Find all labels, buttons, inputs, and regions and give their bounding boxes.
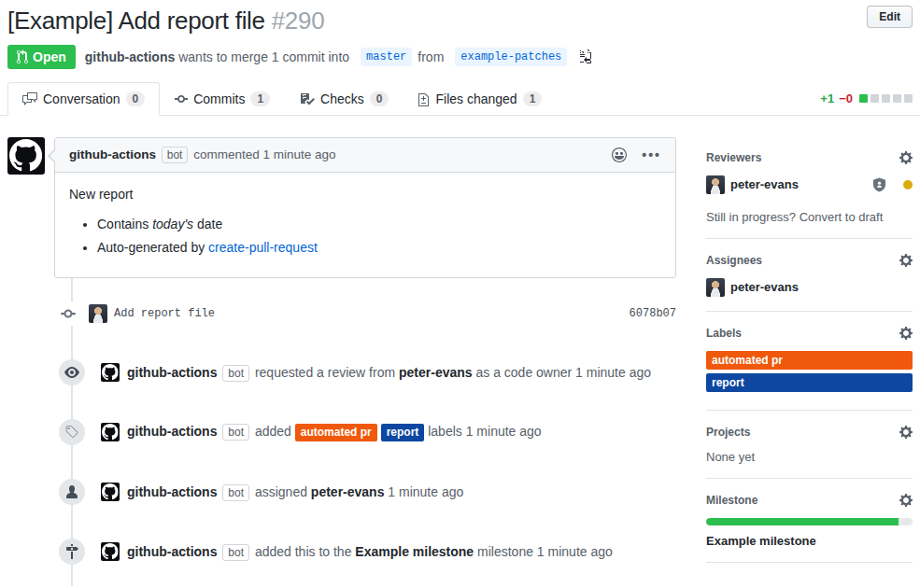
tab-conversation[interactable]: Conversation 0 xyxy=(7,82,160,116)
avatar[interactable] xyxy=(101,423,120,441)
milestone-link[interactable]: Example milestone xyxy=(706,534,816,548)
person-icon xyxy=(59,479,85,505)
commit-message-link[interactable]: Add report file xyxy=(114,307,215,320)
assignees-header[interactable]: Assignees xyxy=(706,253,913,268)
tab-checks-count: 0 xyxy=(370,91,389,106)
tab-checks[interactable]: Checks 0 xyxy=(285,82,403,116)
label-automated-pr[interactable]: automated pr xyxy=(706,351,913,370)
avatar[interactable] xyxy=(101,483,120,501)
assignees-title: Assignees xyxy=(706,254,762,267)
bot-badge: bot xyxy=(222,544,249,561)
base-branch-label[interactable]: master xyxy=(361,48,412,66)
diffstat-deletions: −0 xyxy=(839,91,853,105)
gear-icon[interactable] xyxy=(899,425,913,440)
gear-icon[interactable] xyxy=(899,493,913,508)
tab-commits[interactable]: Commits 1 xyxy=(160,82,285,116)
gear-icon[interactable] xyxy=(899,326,913,341)
sidebar-section-projects: Projects None yet xyxy=(706,425,913,479)
gear-icon[interactable] xyxy=(899,150,913,165)
create-pull-request-link[interactable]: create-pull-request xyxy=(208,240,318,255)
timeline-event-labeled: github-actions bot added automated pr re… xyxy=(7,419,676,445)
event-timestamp[interactable]: 1 minute ago xyxy=(575,365,651,380)
bullet-emphasis: today's xyxy=(152,217,193,231)
merge-description: wants to merge 1 commit into xyxy=(178,49,349,64)
event-actor[interactable]: github-actions xyxy=(127,484,217,499)
avatar[interactable] xyxy=(101,542,120,561)
pull-request-page: [Example] Add report file #290 Edit Open… xyxy=(0,0,920,577)
event-subject[interactable]: peter-evans xyxy=(399,365,473,380)
kebab-menu-button[interactable]: ••• xyxy=(642,147,661,162)
event-verb: assigned xyxy=(255,484,307,499)
assignee-name[interactable]: peter-evans xyxy=(730,280,799,294)
event-actor[interactable]: github-actions xyxy=(127,544,217,559)
milestone-header[interactable]: Milestone xyxy=(706,493,913,508)
sidebar-section-labels: Labels automated pr report xyxy=(706,326,913,411)
timeline-column: github-actions bot commented 1 minute ag… xyxy=(7,137,706,577)
tab-checks-label: Checks xyxy=(320,91,364,106)
tab-files-changed[interactable]: Files changed 1 xyxy=(403,82,557,116)
comment-author[interactable]: github-actions xyxy=(69,147,156,161)
pr-meta: Open github-actions wants to merge 1 com… xyxy=(7,45,913,69)
avatar[interactable] xyxy=(89,304,107,323)
event-subject[interactable]: peter-evans xyxy=(311,484,385,499)
event-actor[interactable]: github-actions xyxy=(127,365,217,380)
git-commit-icon xyxy=(175,91,188,106)
sidebar-section-reviewers: Reviewers peter-evans Still in progress?… xyxy=(706,150,913,239)
event-verb: added xyxy=(255,424,291,439)
event-actor[interactable]: github-actions xyxy=(127,424,217,439)
comment-box: github-actions bot commented 1 minute ag… xyxy=(54,137,676,278)
event-timestamp[interactable]: 1 minute ago xyxy=(466,424,542,439)
edit-button[interactable]: Edit xyxy=(867,6,913,28)
avatar[interactable] xyxy=(706,278,725,297)
diffstat-block xyxy=(904,94,913,103)
milestone-title: Milestone xyxy=(706,494,757,507)
tab-files-label: Files changed xyxy=(435,91,517,106)
pr-title-text: [Example] Add report file xyxy=(7,7,265,35)
label-automated-pr[interactable]: automated pr xyxy=(295,424,377,441)
projects-title: Projects xyxy=(706,426,750,439)
status-badge: Open xyxy=(7,45,76,69)
comment-header-actions: ••• xyxy=(612,147,661,162)
label-report[interactable]: report xyxy=(381,424,425,441)
add-reaction-button[interactable] xyxy=(612,147,627,162)
avatar[interactable] xyxy=(101,363,120,382)
avatar[interactable] xyxy=(7,137,45,175)
copy-branch-button[interactable] xyxy=(578,49,591,64)
event-subject[interactable]: Example milestone xyxy=(355,544,474,559)
comment-timestamp[interactable]: commented 1 minute ago xyxy=(193,147,335,161)
projects-header[interactable]: Projects xyxy=(706,425,913,440)
timeline-event-assigned: github-actions bot assigned peter-evans … xyxy=(7,479,676,505)
event-detail: labels xyxy=(428,424,462,439)
comment-header-text: github-actions bot commented 1 minute ag… xyxy=(69,147,336,163)
pr-header: [Example] Add report file #290 Edit xyxy=(7,6,913,36)
diffstat-block xyxy=(893,94,901,103)
diffstat[interactable]: +1 −0 xyxy=(820,91,913,105)
shield-icon xyxy=(872,177,886,192)
event-text: github-actions bot assigned peter-evans … xyxy=(127,483,463,501)
avatar[interactable] xyxy=(706,175,725,194)
pr-tabs: Conversation 0 Commits 1 Checks 0 Files … xyxy=(0,82,920,116)
label-report[interactable]: report xyxy=(706,373,913,392)
comment-body: New report Contains today's date Auto-ge… xyxy=(55,173,675,277)
head-branch-label[interactable]: example-patches xyxy=(455,48,567,66)
git-commit-icon xyxy=(60,301,77,326)
event-timestamp[interactable]: 1 minute ago xyxy=(537,544,613,559)
assignee-row: peter-evans xyxy=(706,278,913,297)
commit-sha-link[interactable]: 6078b07 xyxy=(630,307,676,320)
diffstat-block xyxy=(882,94,890,103)
gear-icon[interactable] xyxy=(899,253,913,268)
pr-main: github-actions bot commented 1 minute ag… xyxy=(7,137,913,577)
tab-files-count: 1 xyxy=(523,91,543,106)
projects-empty-text: None yet xyxy=(706,450,913,464)
event-text: github-actions bot requested a review fr… xyxy=(127,363,651,382)
event-text: github-actions bot added this to the Exa… xyxy=(127,542,613,561)
labels-header[interactable]: Labels xyxy=(706,326,913,341)
reviewer-name[interactable]: peter-evans xyxy=(730,177,799,191)
milestone-icon xyxy=(59,539,85,565)
list-item: Contains today's date xyxy=(97,217,661,231)
convert-to-draft-hint[interactable]: Still in progress? Convert to draft xyxy=(706,210,913,224)
reviewers-header[interactable]: Reviewers xyxy=(706,150,913,165)
pr-author[interactable]: github-actions xyxy=(85,49,175,64)
event-timestamp[interactable]: 1 minute ago xyxy=(388,484,463,499)
tab-conversation-count: 0 xyxy=(126,91,146,106)
